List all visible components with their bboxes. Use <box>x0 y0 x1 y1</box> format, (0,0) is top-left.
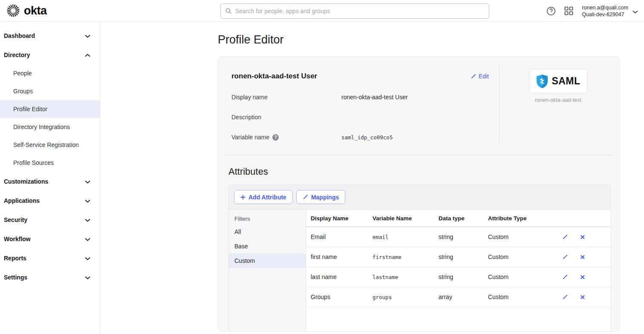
table-row: Email email string Custom ✕ <box>306 227 611 247</box>
column-header-data-type: Data type <box>434 210 483 227</box>
variable-name-field: Variable name ? saml_idp_co09co5 <box>231 134 489 141</box>
attributes-table: Display Name Variable Name Data type Att… <box>306 210 611 332</box>
search-input[interactable] <box>235 8 485 14</box>
info-icon[interactable]: ? <box>272 134 279 141</box>
filter-custom[interactable]: Custom <box>229 253 306 268</box>
chevron-down-icon <box>85 216 90 223</box>
filter-base[interactable]: Base <box>229 239 306 253</box>
chevron-up-icon <box>85 52 90 58</box>
user-email: ronen.a@quali.com <box>582 4 628 11</box>
attributes-heading: Attributes <box>228 166 617 177</box>
pencil-icon <box>303 194 308 200</box>
section-divider <box>225 155 612 155</box>
chevron-down-icon <box>85 236 90 242</box>
sidebar-item-profile-editor[interactable]: Profile Editor <box>0 100 100 118</box>
sidebar-item-groups[interactable]: Groups <box>0 82 100 100</box>
table-row: first name firstname string Custom ✕ <box>306 247 611 267</box>
okta-spinner-icon <box>6 3 20 18</box>
sidebar-item-reports[interactable]: Reports <box>0 248 100 268</box>
filters-title: Filters <box>229 213 306 225</box>
edit-attribute-icon[interactable] <box>562 294 568 300</box>
saml-logo: SAML <box>529 69 587 93</box>
table-row: Groups groups array Custom ✕ <box>306 287 611 307</box>
chevron-down-icon <box>85 32 90 39</box>
edit-profile-button[interactable]: Edit <box>471 73 489 80</box>
add-attribute-button[interactable]: Add Attribute <box>234 190 293 204</box>
chevron-down-icon <box>85 197 90 204</box>
edit-attribute-icon[interactable] <box>562 254 568 260</box>
sidebar-item-settings[interactable]: Settings <box>0 268 100 287</box>
sidebar-item-self-service-registration[interactable]: Self-Service Registration <box>0 136 100 154</box>
display-name-field: Display name ronen-okta-aad-test User <box>231 94 489 101</box>
sidebar-item-applications[interactable]: Applications <box>0 191 100 210</box>
delete-attribute-icon[interactable]: ✕ <box>580 254 585 260</box>
brand-wordmark: okta <box>24 4 47 17</box>
page-title: Profile Editor <box>218 33 620 46</box>
edit-attribute-icon[interactable] <box>562 234 568 240</box>
edit-attribute-icon[interactable] <box>562 274 568 280</box>
chevron-down-icon <box>85 255 90 262</box>
sidebar-item-dashboard[interactable]: Dashboard <box>0 26 100 45</box>
filter-all[interactable]: All <box>229 225 306 239</box>
sidebar-item-customizations[interactable]: Customizations <box>0 172 100 191</box>
chevron-down-icon <box>85 274 90 281</box>
org-name: Quali-dev-629047 <box>582 11 628 18</box>
delete-attribute-icon[interactable]: ✕ <box>580 274 585 280</box>
sidebar-item-directory[interactable]: Directory <box>0 45 100 64</box>
table-row: last name lastname string Custom ✕ <box>306 267 611 287</box>
profile-card: ronen-okta-aad-test User Edit Display na… <box>218 56 620 332</box>
search-icon <box>225 8 232 14</box>
sidebar-nav: Dashboard Directory People Groups Profil… <box>0 22 100 334</box>
pencil-icon <box>471 74 476 79</box>
attributes-toolbar: Add Attribute Mappings <box>229 185 611 210</box>
sidebar-item-directory-integrations[interactable]: Directory Integrations <box>0 118 100 136</box>
account-menu[interactable]: ronen.a@quali.com Quali-dev-629047 <box>582 4 638 18</box>
app-instance-name: ronen-okta-aad-test <box>535 97 581 103</box>
sidebar-item-security[interactable]: Security <box>0 210 100 229</box>
plus-icon <box>240 195 245 200</box>
profile-title: ronen-okta-aad-test User <box>231 72 317 81</box>
column-header-variable-name: Variable Name <box>368 210 434 227</box>
top-bar: okta ronen.a@qual <box>0 0 644 22</box>
column-header-display-name: Display Name <box>306 210 368 227</box>
okta-logo[interactable]: okta <box>0 3 47 18</box>
global-search[interactable] <box>220 3 489 19</box>
sidebar-item-people[interactable]: People <box>0 64 100 82</box>
column-header-actions <box>547 210 611 227</box>
chevron-down-icon <box>632 8 638 15</box>
description-field: Description <box>231 114 489 121</box>
mappings-button[interactable]: Mappings <box>296 190 345 204</box>
filters-panel: Filters All Base Custom <box>229 210 306 332</box>
sidebar-item-profile-sources[interactable]: Profile Sources <box>0 154 100 172</box>
help-icon[interactable] <box>546 6 556 16</box>
apps-grid-icon[interactable] <box>564 6 573 15</box>
chevron-down-icon <box>85 178 90 185</box>
app-logo-section: SAML ronen-okta-aad-test <box>499 64 617 145</box>
delete-attribute-icon[interactable]: ✕ <box>580 294 585 300</box>
saml-shield-icon <box>536 74 549 89</box>
delete-attribute-icon[interactable]: ✕ <box>580 234 585 240</box>
sidebar-item-workflow[interactable]: Workflow <box>0 229 100 248</box>
attributes-panel: Add Attribute Mappings Filters All Base <box>228 184 611 332</box>
column-header-attribute-type: Attribute Type <box>483 210 547 227</box>
